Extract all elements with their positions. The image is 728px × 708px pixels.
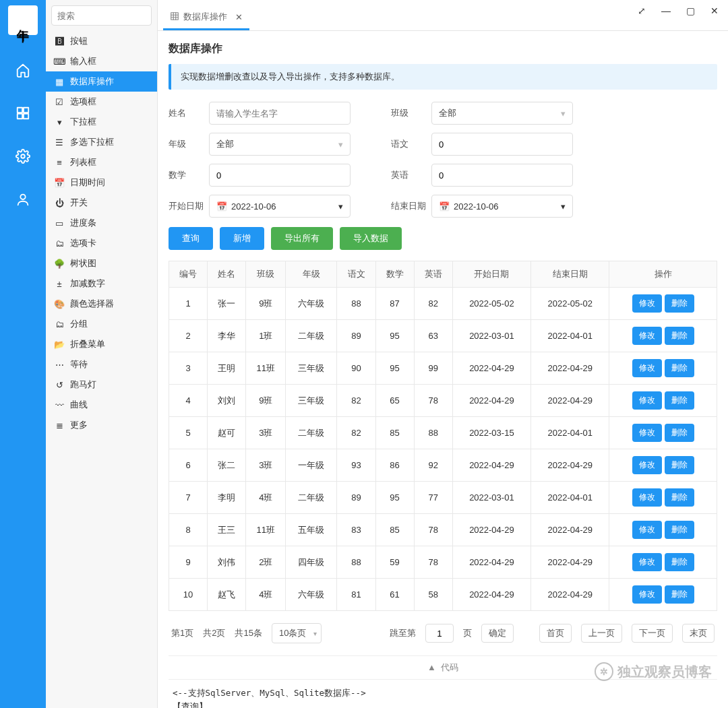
menu-icon: 〰 — [54, 399, 65, 410]
confirm-button[interactable]: 确定 — [481, 624, 514, 643]
sidebar-item-3[interactable]: ☑选项框 — [46, 92, 157, 112]
table-cell: 李华 — [208, 320, 246, 352]
edit-button[interactable]: 修改 — [632, 294, 662, 313]
import-button[interactable]: 导入数据 — [340, 227, 402, 250]
edit-button[interactable]: 修改 — [632, 488, 662, 507]
table-row: 8王三11班五年级8385782022-04-292022-04-29修改删除 — [169, 514, 717, 546]
next-page-button[interactable]: 下一页 — [632, 624, 673, 643]
query-button[interactable]: 查询 — [169, 227, 213, 250]
jump-input[interactable] — [425, 624, 454, 643]
table-header: 年级 — [286, 261, 337, 288]
table-row: 4刘刘9班三年级8265782022-04-292022-04-29修改删除 — [169, 385, 717, 417]
sidebar-item-6[interactable]: ≡列表框 — [46, 152, 157, 172]
chinese-input[interactable] — [431, 133, 573, 156]
sidebar-item-9[interactable]: ▭进度条 — [46, 213, 157, 233]
export-button[interactable]: 导出所有 — [271, 227, 333, 250]
sidebar-item-10[interactable]: 🗂选项卡 — [46, 233, 157, 253]
sidebar-item-15[interactable]: 📂折叠菜单 — [46, 334, 157, 354]
edit-button[interactable]: 修改 — [632, 424, 662, 442]
menu-label: 多选下拉框 — [70, 136, 114, 148]
menu-icon: ≡ — [54, 157, 65, 168]
table-cell: 三年级 — [286, 385, 337, 417]
table-cell: 95 — [375, 482, 414, 514]
grade-select[interactable]: 全部▾ — [209, 133, 351, 156]
table-cell: 2022-04-01 — [531, 417, 609, 449]
delete-button[interactable]: 删除 — [665, 391, 694, 410]
table-cell: 88 — [414, 417, 452, 449]
table-cell: 10 — [169, 579, 208, 611]
sidebar-item-2[interactable]: ▦数据库操作 — [46, 71, 157, 92]
table-cell-actions: 修改删除 — [609, 320, 717, 352]
sidebar-item-11[interactable]: 🌳树状图 — [46, 253, 157, 273]
table-cell: 5 — [169, 417, 208, 449]
edit-button[interactable]: 修改 — [632, 553, 662, 571]
sidebar-item-14[interactable]: 🗂分组 — [46, 314, 157, 334]
math-input[interactable] — [209, 164, 351, 187]
class-select[interactable]: 全部▾ — [431, 102, 573, 125]
dashboard-icon[interactable] — [11, 101, 35, 125]
menu-icon: ▾ — [54, 117, 65, 127]
delete-button[interactable]: 删除 — [665, 585, 694, 604]
edit-button[interactable]: 修改 — [632, 456, 662, 474]
tab-close-icon[interactable]: ✕ — [235, 12, 243, 22]
table-cell: 2022-04-29 — [452, 385, 530, 417]
table-cell: 2022-04-29 — [531, 546, 609, 579]
user-icon[interactable] — [11, 187, 35, 212]
menu-label: 等待 — [70, 358, 88, 371]
table-cell: 王明 — [208, 352, 246, 385]
tab-label: 数据库操作 — [183, 11, 227, 23]
sidebar-item-5[interactable]: ☰多选下拉框 — [46, 132, 157, 152]
start-date-picker[interactable]: 📅2022-10-06▾ — [209, 195, 351, 218]
settings-icon[interactable] — [11, 144, 35, 168]
last-page-button[interactable]: 末页 — [682, 624, 715, 643]
sidebar-item-19[interactable]: ≣更多 — [46, 415, 157, 435]
home-icon[interactable] — [11, 58, 35, 82]
edit-button[interactable]: 修改 — [632, 327, 662, 345]
sidebar-item-12[interactable]: ±加减数字 — [46, 273, 157, 294]
edit-button[interactable]: 修改 — [632, 359, 662, 377]
english-input[interactable] — [431, 164, 573, 187]
end-date-picker[interactable]: 📅2022-10-06▾ — [431, 195, 573, 218]
label-english: 英语 — [391, 169, 431, 181]
sidebar-item-18[interactable]: 〰曲线 — [46, 395, 157, 415]
table-cell: 2022-03-01 — [452, 320, 530, 352]
table-cell-actions: 修改删除 — [609, 288, 717, 320]
table-cell: 刘刘 — [208, 385, 246, 417]
edit-button[interactable]: 修改 — [632, 585, 662, 604]
code-toggle[interactable]: ▲ 代码 — [169, 655, 717, 679]
per-page-select[interactable]: 10条页 — [272, 623, 322, 643]
table-cell: 2班 — [246, 546, 286, 579]
delete-button[interactable]: 删除 — [665, 294, 694, 313]
table-cell: 刘伟 — [208, 546, 246, 579]
edit-button[interactable]: 修改 — [632, 521, 662, 539]
table-cell: 90 — [337, 352, 375, 385]
table-cell: 82 — [337, 385, 375, 417]
delete-button[interactable]: 删除 — [665, 521, 694, 539]
edit-button[interactable]: 修改 — [632, 391, 662, 410]
sidebar-item-1[interactable]: ⌨输入框 — [46, 51, 157, 71]
sidebar-item-7[interactable]: 📅日期时间 — [46, 172, 157, 193]
delete-button[interactable]: 删除 — [665, 327, 694, 345]
tab-database[interactable]: 数据库操作 ✕ — [163, 5, 249, 30]
table-cell: 2022-04-29 — [452, 579, 530, 611]
sidebar-item-8[interactable]: ⏻开关 — [46, 193, 157, 213]
delete-button[interactable]: 删除 — [665, 553, 694, 571]
sidebar-item-16[interactable]: ⋯等待 — [46, 354, 157, 375]
sidebar-item-4[interactable]: ▾下拉框 — [46, 112, 157, 132]
sidebar-item-0[interactable]: 🅱按钮 — [46, 31, 157, 51]
prev-page-button[interactable]: 上一页 — [581, 624, 622, 643]
name-input[interactable] — [209, 102, 351, 125]
delete-button[interactable]: 删除 — [665, 359, 694, 377]
sidebar-item-17[interactable]: ↺跑马灯 — [46, 375, 157, 395]
search-input[interactable] — [51, 5, 152, 26]
add-button[interactable]: 新增 — [220, 227, 264, 250]
delete-button[interactable]: 删除 — [665, 456, 694, 474]
first-page-button[interactable]: 首页 — [539, 624, 572, 643]
menu-label: 日期时间 — [70, 176, 105, 189]
sidebar-item-13[interactable]: 🎨颜色选择器 — [46, 294, 157, 314]
table-cell: 6 — [169, 449, 208, 482]
menu-icon: 🅱 — [54, 36, 65, 46]
menu-label: 树状图 — [70, 257, 96, 269]
delete-button[interactable]: 删除 — [665, 424, 694, 442]
delete-button[interactable]: 删除 — [665, 488, 694, 507]
